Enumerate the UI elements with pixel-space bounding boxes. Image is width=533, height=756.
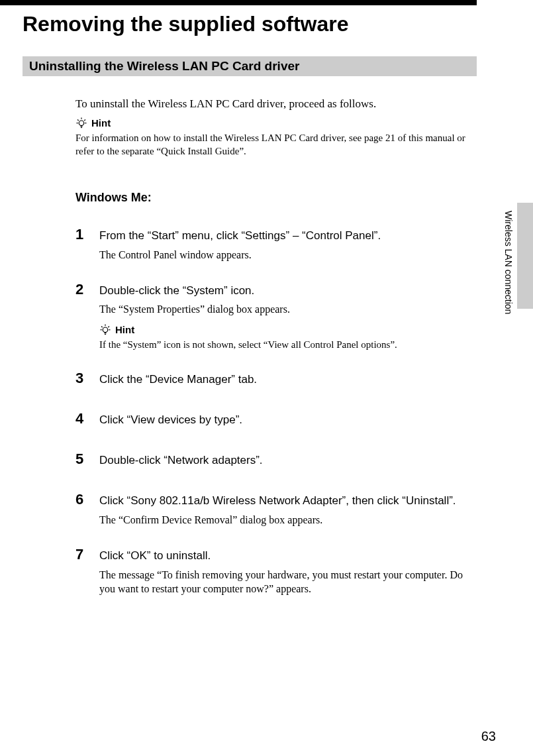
intro-text: To uninstall the Wireless LAN PC Card dr…: [75, 97, 466, 111]
step-item: 5 Double-click “Network adapters”.: [75, 453, 466, 472]
step-number: 4: [75, 411, 87, 432]
step-title: Click the “Device Manager” tab.: [99, 372, 466, 388]
section-heading: Uninstalling the Wireless LAN PC Card dr…: [29, 59, 299, 74]
hint-body: For information on how to install the Wi…: [75, 131, 466, 158]
step-item: 6 Click “Sony 802.11a/b Wireless Network…: [75, 494, 466, 527]
hint-header: Hint: [75, 117, 466, 129]
step-item: 7 Click “OK” to uninstall. The message “…: [75, 549, 466, 596]
hint-body: If the “System” icon is not shown, selec…: [99, 338, 466, 351]
svg-point-0: [79, 121, 84, 126]
svg-point-8: [103, 327, 108, 333]
step-number: 7: [75, 547, 87, 596]
steps-list: 1 From the “Start” menu, click “Settings…: [75, 229, 466, 618]
step-title: Double-click the “System” icon.: [99, 284, 466, 299]
hint-header: Hint: [99, 323, 466, 335]
step-desc: The “System Properties” dialog box appea…: [99, 302, 466, 317]
step-number: 2: [75, 282, 87, 352]
step-title: Click “View devices by type”.: [99, 413, 466, 428]
top-strip: [0, 0, 477, 5]
step-item: 2 Double-click the “System” icon. The “S…: [75, 284, 466, 352]
bulb-icon: [75, 117, 87, 129]
bulb-icon: [99, 323, 111, 335]
side-label: Wireless LAN connection: [503, 211, 514, 314]
step-title: Double-click “Network adapters”.: [99, 453, 466, 468]
step-title: Click “Sony 802.11a/b Wireless Network A…: [99, 494, 466, 509]
step-item: 4 Click “View devices by type”.: [75, 413, 466, 432]
os-heading: Windows Me:: [75, 191, 152, 205]
step-desc: The “Confirm Device Removal” dialog box …: [99, 513, 466, 527]
section-bar: Uninstalling the Wireless LAN PC Card dr…: [23, 56, 477, 76]
step-desc: The Control Panel window appears.: [99, 248, 466, 262]
page-number: 63: [481, 729, 496, 744]
step-item: 1 From the “Start” menu, click “Settings…: [75, 229, 466, 262]
side-tab: [517, 203, 533, 309]
page-title: Removing the supplied software: [23, 12, 349, 36]
svg-line-10: [101, 327, 103, 328]
svg-line-11: [108, 327, 109, 328]
step-number: 3: [75, 371, 87, 392]
step-item: 3 Click the “Device Manager” tab.: [75, 372, 466, 392]
step-title: Click “OK” to uninstall.: [99, 549, 466, 564]
step-number: 1: [75, 227, 87, 262]
hint-label: Hint: [91, 117, 111, 129]
svg-line-3: [84, 120, 85, 121]
hint-block: Hint For information on how to install t…: [75, 117, 466, 158]
step-title: From the “Start” menu, click “Settings” …: [99, 229, 466, 244]
step-number: 5: [75, 452, 87, 472]
hint-label: Hint: [115, 324, 134, 335]
step-number: 6: [75, 492, 87, 527]
hint-block: Hint If the “System” icon is not shown, …: [99, 323, 466, 351]
step-desc: The message “To finish removing your har…: [99, 568, 466, 596]
svg-line-2: [77, 120, 79, 121]
